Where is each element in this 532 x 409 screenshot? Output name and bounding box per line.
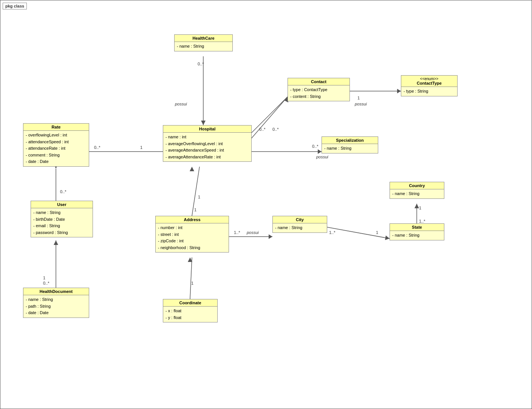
label-possui-contact: possui bbox=[354, 102, 367, 106]
class-state-body: - name : String bbox=[390, 231, 444, 240]
contacttype-stereotype: <<enum>> bbox=[404, 77, 455, 81]
svg-line-2 bbox=[250, 97, 288, 140]
svg-line-22 bbox=[190, 257, 192, 299]
rate-attr-4: - date : Date bbox=[26, 158, 87, 165]
pkg-label: pkg class bbox=[3, 3, 27, 9]
svg-marker-17 bbox=[385, 235, 390, 240]
svg-marker-19 bbox=[414, 204, 419, 208]
class-healthcare-header: HealthCare bbox=[175, 35, 232, 42]
user-attr-3: - password : String bbox=[33, 229, 90, 236]
mult-1-user-healthdoc: 1 bbox=[43, 276, 45, 280]
class-healthdocument-body: - name : String - path : String - date :… bbox=[23, 295, 89, 318]
svg-marker-23 bbox=[188, 257, 192, 262]
class-user-body: - name : String - birthDate : Date - ema… bbox=[31, 208, 93, 237]
city-attr-0: - name : String bbox=[275, 225, 325, 231]
class-hospital-body: - name : int - averageOverflowingLevel :… bbox=[163, 133, 251, 161]
mult-1-address: 1 bbox=[194, 208, 196, 212]
contact-attr-0: - type : ContactType bbox=[290, 87, 347, 93]
specialization-attr-0: - name : String bbox=[324, 145, 376, 152]
class-city-header: City bbox=[273, 216, 327, 223]
healthdocument-attr-0: - name : String bbox=[26, 296, 87, 303]
hospital-attr-0: - name : int bbox=[165, 134, 249, 141]
rate-attr-2: - attendanceRate : int bbox=[26, 145, 87, 152]
label-possui-healthcare: possui bbox=[175, 102, 187, 106]
mult-0star-healthcare: 0..* bbox=[198, 62, 204, 66]
healthdocument-attr-1: - path : String bbox=[26, 303, 87, 310]
class-healthdocument-header: HealthDocument bbox=[23, 288, 89, 295]
class-address-body: - number : int - street : int - zipCode … bbox=[156, 223, 229, 252]
class-state-header: State bbox=[390, 224, 444, 231]
class-contact: Contact - type : ContactType - content :… bbox=[288, 78, 350, 101]
mult-0star-rate: 0..* bbox=[94, 145, 101, 150]
address-attr-2: - zipCode : int bbox=[158, 238, 226, 245]
address-attr-3: - neighborhood : String bbox=[158, 245, 226, 251]
class-rate-body: - overflowingLevel : int - attendanceSpe… bbox=[23, 131, 89, 166]
svg-marker-13 bbox=[190, 167, 194, 171]
mult-1-hospital-address: 1 bbox=[198, 195, 200, 199]
class-rate-header: Rate bbox=[23, 124, 89, 131]
class-address-header: Address bbox=[156, 216, 229, 223]
class-coordinate-header: Coordinate bbox=[163, 299, 217, 307]
state-attr-0: - name : String bbox=[392, 232, 442, 239]
rate-attr-3: - comment : String bbox=[26, 152, 87, 159]
contact-attr-1: - content : String bbox=[290, 93, 347, 100]
mult-1star-state-country: 1..* bbox=[419, 219, 425, 223]
mult-1-country: 1 bbox=[419, 206, 421, 210]
class-contacttype: <<enum>> ContactType - type : String bbox=[401, 75, 458, 96]
pkg-label-text: pkg class bbox=[5, 4, 24, 8]
class-healthcare: HealthCare - name : String bbox=[174, 34, 233, 51]
class-specialization: Specialization - name : String bbox=[322, 136, 378, 153]
healthcare-attr-0: - name : String bbox=[177, 43, 230, 50]
hospital-attr-2: - averageAttendanceSpeed : int bbox=[165, 147, 249, 154]
class-country: Country - name : String bbox=[390, 182, 444, 199]
mult-1-state: 1 bbox=[376, 230, 378, 235]
coordinate-attr-1: - y : float bbox=[165, 314, 215, 321]
class-specialization-body: - name : String bbox=[322, 144, 378, 153]
mult-1star-address-city: 1..* bbox=[234, 230, 240, 235]
class-healthcare-body: - name : String bbox=[175, 42, 232, 51]
mult-0star-user: 0..* bbox=[60, 189, 66, 194]
mult-1-rate: 1 bbox=[140, 145, 142, 150]
svg-marker-15 bbox=[269, 234, 272, 239]
class-state: State - name : String bbox=[390, 223, 444, 240]
coordinate-attr-0: - x : float bbox=[165, 308, 215, 314]
class-contacttype-body: - type : String bbox=[401, 87, 457, 96]
class-coordinate-body: - x : float - y : float bbox=[163, 307, 217, 322]
rate-attr-0: - overflowingLevel : int bbox=[26, 132, 87, 139]
class-user: User - name : String - birthDate : Date … bbox=[31, 201, 93, 237]
diagram-container: pkg class bbox=[0, 0, 532, 409]
hospital-attr-3: - averageAttendanceRate : int bbox=[165, 154, 249, 161]
mult-0star-specialization: 0..* bbox=[312, 144, 319, 149]
rate-attr-1: - attendanceSpeed : int bbox=[26, 139, 87, 146]
class-hospital-header: Hospital bbox=[163, 125, 251, 133]
user-attr-1: - birthDate : Date bbox=[33, 216, 90, 223]
class-address: Address - number : int - street : int - … bbox=[155, 216, 229, 253]
class-specialization-header: Specialization bbox=[322, 137, 378, 144]
mult-0star-healthdoc: 0..* bbox=[43, 281, 49, 285]
mult-0star-hospital-contact: 0..* bbox=[259, 127, 266, 132]
class-contacttype-header: <<enum>> ContactType bbox=[401, 76, 457, 87]
class-contact-body: - type : ContactType - content : String bbox=[288, 85, 350, 101]
contacttype-attr-0: - type : String bbox=[404, 88, 455, 95]
svg-line-24 bbox=[250, 97, 288, 135]
user-attr-2: - email : String bbox=[33, 223, 90, 229]
class-hospital: Hospital - name : int - averageOverflowi… bbox=[163, 125, 252, 162]
address-attr-1: - street : int bbox=[158, 231, 226, 238]
mult-1-contacttype: 1 bbox=[357, 96, 360, 100]
mult-0star-contact: 0..* bbox=[272, 127, 279, 132]
svg-marker-21 bbox=[54, 240, 58, 245]
label-possui-address: possui bbox=[246, 230, 259, 235]
hospital-attr-1: - averageOverflowingLevel : int bbox=[165, 141, 249, 147]
healthdocument-attr-2: - date : Date bbox=[26, 310, 87, 316]
class-country-header: Country bbox=[390, 182, 444, 189]
contacttype-title: ContactType bbox=[404, 81, 455, 85]
mult-1-address-coord: 1 bbox=[191, 281, 193, 285]
svg-line-12 bbox=[192, 167, 200, 216]
class-user-header: User bbox=[31, 201, 93, 208]
svg-marker-5 bbox=[397, 89, 401, 93]
class-contact-header: Contact bbox=[288, 78, 350, 85]
svg-line-16 bbox=[327, 227, 390, 239]
address-attr-0: - number : int bbox=[158, 225, 226, 231]
label-possui-spec: possui bbox=[316, 155, 328, 159]
user-attr-0: - name : String bbox=[33, 209, 90, 216]
